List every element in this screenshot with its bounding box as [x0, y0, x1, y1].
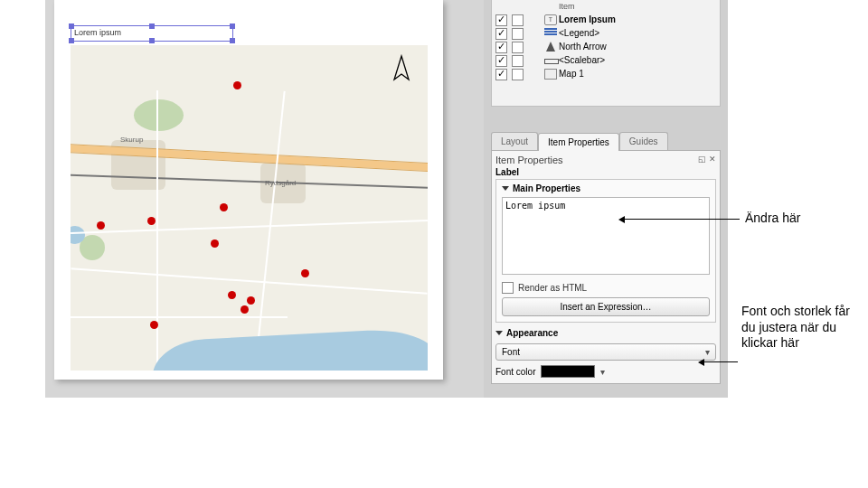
font-color-label: Font color — [495, 367, 535, 377]
print-page: Lorem ipsum — [54, 0, 443, 380]
items-column-header: Item — [559, 2, 716, 13]
font-selector[interactable]: Font ▾ — [495, 343, 716, 361]
layer-lock-checkbox[interactable] — [512, 28, 524, 40]
town-label-skurup: Skurup — [120, 136, 143, 144]
properties-tabs: Layout Item Properties Guides — [491, 132, 721, 150]
layer-lock-checkbox[interactable] — [512, 69, 524, 80]
layer-lock-checkbox[interactable] — [512, 42, 524, 53]
layer-visibility-checkbox[interactable] — [495, 69, 507, 80]
collapse-icon[interactable] — [502, 186, 509, 191]
legend-item-icon — [544, 28, 557, 39]
layer-lock-checkbox[interactable] — [512, 14, 524, 26]
appearance-header: Appearance — [506, 328, 558, 338]
font-selector-label: Font — [502, 347, 520, 357]
items-panel: Item T Lorem Ipsum <Legend> North Ar — [491, 0, 721, 107]
main-properties-header: Main Properties — [513, 183, 580, 193]
title-label-text: Lorem ipsum — [74, 28, 121, 37]
chevron-down-icon[interactable]: ▾ — [600, 367, 605, 377]
annotation-arrow — [703, 361, 738, 362]
selected-item-type: Label — [495, 167, 716, 177]
layer-row-label[interactable]: <Legend> — [559, 28, 716, 40]
map-frame[interactable]: Skurup Rydsgård — [71, 45, 428, 371]
item-properties-panel: Item Properties ◱ ✕ Label Main Propertie… — [491, 150, 721, 384]
panel-title-text: Item Properties — [495, 155, 563, 165]
annotation-text-2: Font och storlek får du justera när du k… — [741, 304, 859, 352]
layer-row-label[interactable]: <Scalebar> — [559, 55, 716, 67]
render-as-html-checkbox[interactable] — [502, 282, 514, 294]
scalebar-item-icon — [544, 55, 557, 66]
north-arrow-icon — [389, 54, 414, 89]
town-label-rydsgard: Rydsgård — [265, 179, 296, 187]
layer-visibility-checkbox[interactable] — [495, 55, 507, 67]
chevron-down-icon: ▾ — [705, 347, 710, 357]
render-as-html-label: Render as HTML — [518, 283, 587, 293]
layer-visibility-checkbox[interactable] — [495, 28, 507, 40]
layer-row-label[interactable]: North Arrow — [559, 42, 716, 53]
annotation-arrow — [624, 219, 740, 220]
tab-guides[interactable]: Guides — [619, 132, 668, 150]
font-color-swatch[interactable] — [541, 365, 595, 378]
application-area: Lorem ipsum — [45, 0, 728, 398]
title-label-item[interactable]: Lorem ipsum — [71, 25, 233, 42]
text-item-icon: T — [544, 14, 557, 25]
layer-visibility-checkbox[interactable] — [495, 42, 507, 53]
tab-layout[interactable]: Layout — [491, 132, 538, 150]
collapse-icon[interactable] — [495, 331, 503, 335]
label-text-input[interactable] — [502, 197, 710, 275]
layer-row-label[interactable]: Lorem Ipsum — [559, 14, 716, 26]
layout-canvas[interactable]: Lorem ipsum — [45, 0, 484, 398]
north-arrow-item-icon — [544, 42, 557, 52]
map-item-icon — [544, 69, 557, 80]
right-docks: Item T Lorem Ipsum <Legend> North Ar — [484, 0, 728, 398]
layer-lock-checkbox[interactable] — [512, 55, 524, 67]
layer-row-label[interactable]: Map 1 — [559, 69, 716, 80]
main-properties-section: Main Properties Render as HTML Insert an… — [495, 179, 716, 323]
layer-visibility-checkbox[interactable] — [495, 14, 507, 26]
panel-controls[interactable]: ◱ ✕ — [698, 155, 716, 165]
insert-expression-button[interactable]: Insert an Expression… — [502, 297, 710, 316]
annotation-text-1: Ändra här — [745, 211, 863, 227]
tab-item-properties[interactable]: Item Properties — [538, 133, 619, 151]
